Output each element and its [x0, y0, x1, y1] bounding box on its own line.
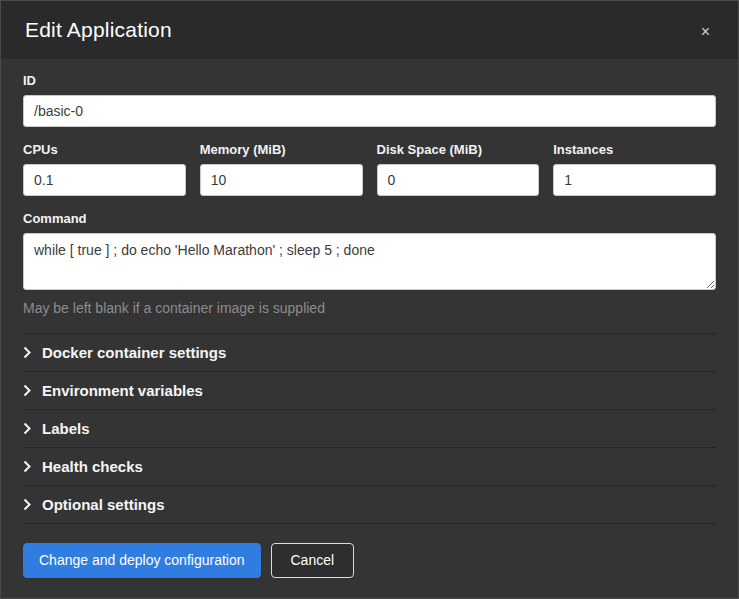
chevron-right-icon: [23, 498, 31, 511]
disk-field-group: Disk Space (MiB): [377, 142, 540, 196]
modal-header: Edit Application ×: [1, 1, 738, 59]
chevron-right-icon: [23, 460, 31, 473]
section-health-checks[interactable]: Health checks: [23, 447, 716, 485]
section-optional-settings[interactable]: Optional settings: [23, 485, 716, 523]
modal-body: ID CPUs Memory (MiB) Disk Space (MiB): [1, 59, 738, 527]
id-label: ID: [23, 73, 716, 88]
memory-label: Memory (MiB): [200, 142, 363, 157]
id-field-group: ID: [23, 73, 716, 127]
chevron-right-icon: [23, 384, 31, 397]
command-textarea[interactable]: while [ true ] ; do echo 'Hello Marathon…: [23, 233, 716, 290]
resource-field-row: CPUs Memory (MiB) Disk Space (MiB) Insta…: [23, 142, 716, 196]
section-labels[interactable]: Labels: [23, 409, 716, 447]
modal-title: Edit Application: [25, 18, 172, 42]
memory-input[interactable]: [200, 164, 363, 196]
section-label: Docker container settings: [42, 344, 226, 361]
section-label: Optional settings: [42, 496, 165, 513]
instances-label: Instances: [553, 142, 716, 157]
modal-footer: Change and deploy configuration Cancel: [1, 527, 738, 598]
section-label: Environment variables: [42, 382, 203, 399]
command-field-group: Command while [ true ] ; do echo 'Hello …: [23, 211, 716, 316]
cpus-field-group: CPUs: [23, 142, 186, 196]
change-and-deploy-button[interactable]: Change and deploy configuration: [23, 543, 261, 578]
section-docker-container-settings[interactable]: Docker container settings: [23, 333, 716, 371]
command-help-text: May be left blank if a container image i…: [23, 300, 716, 316]
chevron-right-icon: [23, 346, 31, 359]
disk-input[interactable]: [377, 164, 540, 196]
section-environment-variables[interactable]: Environment variables: [23, 371, 716, 409]
cancel-button[interactable]: Cancel: [271, 543, 355, 578]
memory-field-group: Memory (MiB): [200, 142, 363, 196]
section-label: Labels: [42, 420, 90, 437]
chevron-right-icon: [23, 422, 31, 435]
command-label: Command: [23, 211, 716, 226]
close-icon[interactable]: ×: [697, 20, 714, 44]
disk-label: Disk Space (MiB): [377, 142, 540, 157]
id-input[interactable]: [23, 95, 716, 127]
cpus-label: CPUs: [23, 142, 186, 157]
edit-application-modal: Edit Application × ID CPUs Memory (MiB): [0, 0, 739, 599]
instances-field-group: Instances: [553, 142, 716, 196]
cpus-input[interactable]: [23, 164, 186, 196]
section-label: Health checks: [42, 458, 143, 475]
collapsible-sections: Docker container settings Environment va…: [23, 333, 716, 524]
instances-input[interactable]: [553, 164, 716, 196]
